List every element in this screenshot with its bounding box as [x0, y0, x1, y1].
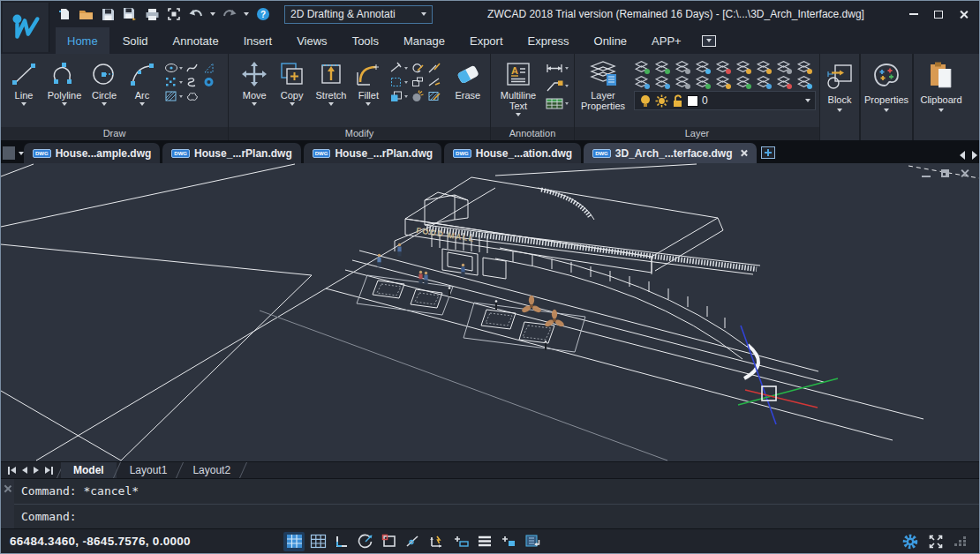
command-input-line[interactable]: Command:: [14, 505, 979, 529]
ortho-icon[interactable]: [331, 532, 352, 551]
doc-tab-close-icon[interactable]: [740, 149, 748, 157]
helix-icon[interactable]: [185, 76, 200, 88]
leader-icon[interactable]: [545, 79, 569, 93]
resize-grip[interactable]: [954, 536, 967, 546]
layer-freeze-sun-icon[interactable]: [655, 94, 668, 108]
divide-icon[interactable]: [427, 76, 441, 88]
dimension-icon[interactable]: [545, 62, 569, 75]
viewport-restore-icon[interactable]: [941, 169, 949, 177]
block-button[interactable]: Block: [820, 54, 859, 140]
command-close-icon[interactable]: [4, 484, 11, 492]
layer-current-icon[interactable]: [695, 75, 710, 88]
multiline-text-button[interactable]: A Multiline Text: [494, 56, 543, 116]
tab-annotate[interactable]: Annotate: [162, 27, 230, 54]
region-icon[interactable]: [202, 62, 215, 74]
doc-tab-3[interactable]: DWG House_...rPlan.dwg: [304, 143, 441, 163]
align-icon[interactable]: [411, 76, 425, 88]
tab-home[interactable]: Home: [56, 27, 109, 54]
object-snap-tracking-icon[interactable]: [403, 532, 424, 551]
polyline-button[interactable]: Polyline: [44, 56, 85, 106]
layer-on-icon[interactable]: [654, 60, 669, 73]
close-button[interactable]: [951, 4, 976, 25]
next-layout-icon[interactable]: [34, 467, 39, 474]
layer-previous-icon[interactable]: [634, 75, 649, 88]
layer-properties-button[interactable]: Layer Properties: [577, 56, 629, 111]
redo-dropdown-caret[interactable]: [244, 12, 249, 16]
minimize-button[interactable]: [901, 4, 926, 25]
ellipse-icon[interactable]: [164, 62, 183, 74]
grid-display-icon[interactable]: [283, 532, 305, 551]
doc-tab-1[interactable]: DWG House...ample.dwg: [24, 143, 160, 163]
doc-scroll-right-icon[interactable]: [972, 151, 977, 160]
edit-hatch-icon[interactable]: [427, 90, 441, 102]
tab-layout2[interactable]: Layout2: [180, 462, 243, 478]
layer-vpfreeze-icon[interactable]: [776, 75, 791, 88]
lineweight-icon[interactable]: [474, 532, 495, 551]
stretch-button[interactable]: Stretch: [311, 56, 351, 106]
point-icon[interactable]: [164, 76, 183, 88]
undo-icon[interactable]: [188, 6, 204, 22]
layer-off-icon[interactable]: [634, 60, 649, 73]
layer-lock-icon[interactable]: [715, 60, 730, 73]
save-icon[interactable]: [100, 6, 116, 22]
fullscreen-icon[interactable]: [928, 534, 944, 550]
array-icon[interactable]: [389, 76, 408, 88]
arc-button[interactable]: Arc: [124, 56, 161, 106]
object-snap-icon[interactable]: [379, 532, 400, 551]
prev-layout-icon[interactable]: [22, 467, 27, 474]
erase-button[interactable]: Erase: [449, 56, 487, 101]
circle-button[interactable]: Circle: [85, 56, 124, 106]
layer-combo[interactable]: 0: [634, 91, 816, 110]
quick-properties-icon[interactable]: [498, 532, 519, 551]
dynamic-ucs-icon[interactable]: [426, 532, 448, 551]
layer-bulb-icon[interactable]: [756, 60, 771, 73]
workspace-selector[interactable]: 2D Drafting & Annotati: [284, 5, 433, 24]
layer-unlock-all-icon[interactable]: [735, 75, 750, 88]
app-logo[interactable]: [3, 3, 49, 52]
tab-model[interactable]: Model: [61, 462, 117, 478]
layer-on-bulb-icon[interactable]: [639, 94, 652, 108]
fillet-button[interactable]: Fillet: [351, 56, 386, 106]
new-doc-tab-button[interactable]: [761, 146, 775, 159]
help-icon[interactable]: ?: [255, 6, 271, 22]
save-as-icon[interactable]: [122, 6, 138, 22]
doc-tab-4[interactable]: DWG House_...ation.dwg: [444, 143, 581, 163]
explode-icon[interactable]: [411, 90, 425, 102]
layer-unlock-icon[interactable]: [735, 60, 750, 73]
ribbon-collapse-icon[interactable]: [702, 35, 716, 47]
layer-combo-caret[interactable]: [805, 99, 810, 102]
edit-polyline-icon[interactable]: [411, 62, 425, 74]
snap-mode-icon[interactable]: [307, 532, 328, 551]
layer-copy-icon[interactable]: [756, 75, 771, 88]
viewport-close-icon[interactable]: [960, 168, 969, 177]
viewport-minimize-icon[interactable]: [922, 176, 931, 177]
print-icon[interactable]: [144, 6, 160, 22]
layer-state-icon[interactable]: [796, 75, 811, 88]
tab-layout1[interactable]: Layout1: [117, 462, 180, 478]
tab-tools[interactable]: Tools: [341, 27, 390, 54]
layer-freeze-icon[interactable]: [695, 60, 710, 73]
settings-gear-icon[interactable]: [901, 533, 919, 550]
undo-dropdown-caret[interactable]: [210, 12, 215, 16]
maximize-button[interactable]: [926, 4, 951, 25]
tab-app-plus[interactable]: APP+: [640, 27, 693, 54]
selection-cycling-icon[interactable]: [522, 532, 543, 551]
doc-scroll-left-icon[interactable]: [960, 151, 965, 160]
revision-cloud-icon[interactable]: [185, 90, 200, 102]
doc-tab-menu-button[interactable]: [3, 146, 15, 160]
redo-icon[interactable]: [222, 6, 237, 22]
layer-match-icon[interactable]: [796, 60, 811, 73]
donut-icon[interactable]: [202, 76, 215, 88]
open-folder-icon[interactable]: [78, 6, 94, 22]
layer-walk-icon[interactable]: [776, 60, 791, 73]
layer-unlock-icon[interactable]: [672, 94, 683, 108]
scale-icon[interactable]: [389, 90, 408, 102]
layer-isolate-icon[interactable]: [675, 60, 690, 73]
hatch-icon[interactable]: [164, 90, 183, 102]
layer-delete-icon[interactable]: [675, 75, 690, 88]
polar-tracking-icon[interactable]: [355, 532, 376, 551]
layer-color-swatch[interactable]: [687, 95, 698, 107]
layer-merge-icon[interactable]: [654, 75, 669, 88]
spline-icon[interactable]: [185, 62, 200, 74]
drawing-viewport[interactable]: FOOD MALL: [1, 163, 979, 461]
